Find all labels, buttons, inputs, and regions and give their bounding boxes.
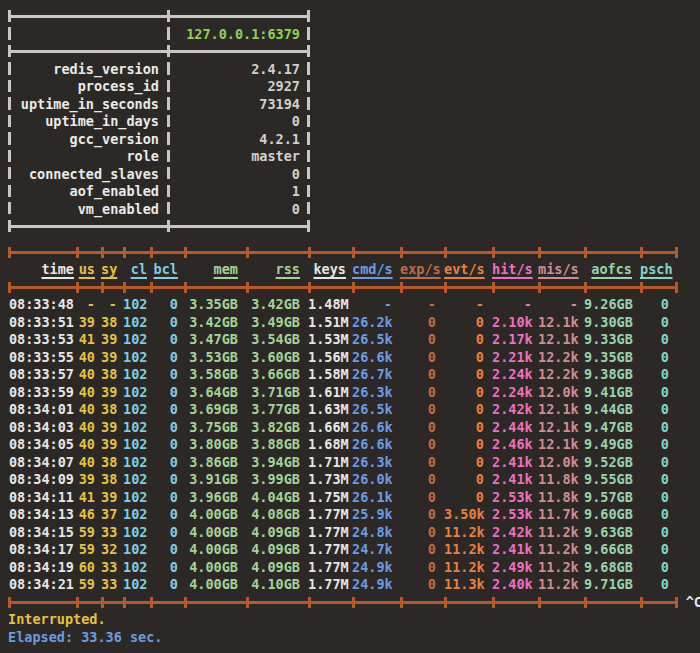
cell-time: 08:33:48 xyxy=(8,296,76,314)
cell-time: 08:34:01 xyxy=(8,401,76,419)
column-header-psch: psch xyxy=(640,261,678,279)
border-junction xyxy=(675,282,678,293)
cell-mis-s: 11.8k xyxy=(538,471,584,489)
column-header-hit-s: hit/s xyxy=(492,261,538,279)
cell-hit-s: 2.42k xyxy=(492,524,538,542)
cell-sy: 33 xyxy=(101,559,123,577)
cell-mem: 4.00GB xyxy=(184,524,246,542)
border-junction xyxy=(76,282,79,293)
cell-hit-s: 2.17k xyxy=(492,331,538,349)
cell-sy: 38 xyxy=(101,454,123,472)
cell-evt-s: 11.2k xyxy=(444,541,492,559)
border-junction xyxy=(184,597,187,608)
column-header-mem: mem xyxy=(184,261,246,279)
cell-exp-s: - xyxy=(400,296,444,314)
info-key: process_id xyxy=(8,78,167,96)
border-junction xyxy=(492,282,495,293)
info-row: rolemaster xyxy=(8,148,310,166)
cell-us: 39 xyxy=(76,314,101,332)
border-line xyxy=(8,15,310,18)
border-junction xyxy=(675,597,678,608)
cell-evt-s: 0 xyxy=(444,331,492,349)
border-line xyxy=(8,286,678,289)
cell-mis-s: 12.2k xyxy=(538,366,584,384)
redis-info-table: 127.0.0.1:6379redis_version2.4.17process… xyxy=(8,8,310,236)
elapsed-message: Elapsed: 33.36 sec. xyxy=(8,629,700,647)
cell-aofcs: 9.38GB xyxy=(584,366,640,384)
info-value: 0 xyxy=(167,201,310,219)
cell-cl: 102 xyxy=(123,559,150,577)
cell-mem: 3.53GB xyxy=(184,349,246,367)
cell-cmd-s: 24.9k xyxy=(352,559,400,577)
cell-exp-s: 0 xyxy=(400,489,444,507)
column-header-cl: cl xyxy=(123,261,150,279)
cell-cmd-s: 24.7k xyxy=(352,541,400,559)
border-junction xyxy=(308,597,311,608)
cell-evt-s: 0 xyxy=(444,401,492,419)
border-junction xyxy=(150,282,153,293)
cell-time: 08:33:55 xyxy=(8,349,76,367)
border-junction xyxy=(184,247,187,258)
cell-hit-s: 2.53k xyxy=(492,506,538,524)
cell-cmd-s: 24.9k xyxy=(352,576,400,594)
cell-cmd-s: 26.3k xyxy=(352,384,400,402)
border-junction xyxy=(150,597,153,608)
border-junction xyxy=(246,282,249,293)
cell-mis-s: 12.2k xyxy=(538,349,584,367)
cell-mem: 4.00GB xyxy=(184,506,246,524)
cell-psch: 0 xyxy=(640,366,678,384)
info-value: 1 xyxy=(167,183,310,201)
cell-cl: 102 xyxy=(123,506,150,524)
cell-us: 60 xyxy=(76,559,101,577)
cell-rss: 4.09GB xyxy=(246,541,308,559)
cell-aofcs: 9.47GB xyxy=(584,419,640,437)
cell-exp-s: 0 xyxy=(400,349,444,367)
cell-cl: 102 xyxy=(123,419,150,437)
cell-evt-s: 0 xyxy=(444,314,492,332)
cell-cmd-s: 26.2k xyxy=(352,314,400,332)
stats-row: 08:34:15593310204.00GB4.09GB1.77M24.8k01… xyxy=(8,524,678,542)
border-junction xyxy=(538,247,541,258)
cell-sy: 39 xyxy=(101,419,123,437)
cell-evt-s: 0 xyxy=(444,384,492,402)
cell-aofcs: 9.66GB xyxy=(584,541,640,559)
info-row: uptime_in_seconds73194 xyxy=(8,96,310,114)
stats-row: 08:33:55403910203.53GB3.60GB1.56M26.6k00… xyxy=(8,349,678,367)
cell-time: 08:34:21 xyxy=(8,576,76,594)
stats-row: 08:34:01403810203.69GB3.77GB1.63M26.5k00… xyxy=(8,401,678,419)
cell-sy: 39 xyxy=(101,331,123,349)
cell-cl: 102 xyxy=(123,454,150,472)
cell-time: 08:33:53 xyxy=(8,331,76,349)
cell-cl: 102 xyxy=(123,401,150,419)
cell-mis-s: 12.1k xyxy=(538,401,584,419)
cell-rss: 3.66GB xyxy=(246,366,308,384)
cell-aofcs: 9.49GB xyxy=(584,436,640,454)
border-junction xyxy=(640,597,643,608)
cell-rss: 3.42GB xyxy=(246,296,308,314)
cell-cmd-s: 24.8k xyxy=(352,524,400,542)
info-row: process_id2927 xyxy=(8,78,310,96)
cell-exp-s: 0 xyxy=(400,314,444,332)
info-key: vm_enabled xyxy=(8,201,167,219)
cell-keys: 1.56M xyxy=(308,349,352,367)
cell-psch: 0 xyxy=(640,576,678,594)
cell-time: 08:34:15 xyxy=(8,524,76,542)
cell-cmd-s: 26.0k xyxy=(352,471,400,489)
cell-cl: 102 xyxy=(123,489,150,507)
cell-keys: 1.77M xyxy=(308,506,352,524)
terminal-window[interactable]: 127.0.0.1:6379redis_version2.4.17process… xyxy=(8,8,700,653)
border-junction xyxy=(8,247,11,258)
cell-hit-s: 2.24k xyxy=(492,366,538,384)
cell-hit-s: - xyxy=(492,296,538,314)
border-junction xyxy=(8,597,11,608)
info-key: role xyxy=(8,148,167,166)
cell-rss: 3.88GB xyxy=(246,436,308,454)
cell-keys: 1.77M xyxy=(308,541,352,559)
cell-mem: 3.91GB xyxy=(184,471,246,489)
cell-mis-s: 11.7k xyxy=(538,506,584,524)
cell-evt-s: 0 xyxy=(444,489,492,507)
cell-aofcs: 9.57GB xyxy=(584,489,640,507)
cell-bcl: 0 xyxy=(150,401,184,419)
border-junction xyxy=(538,282,541,293)
info-value: 0 xyxy=(167,166,310,184)
